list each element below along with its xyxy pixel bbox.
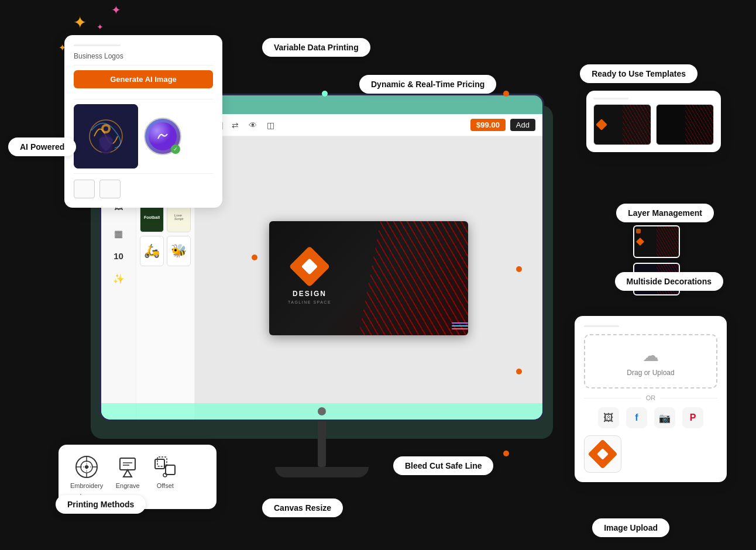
upload-or-line-left bbox=[584, 398, 641, 398]
canvas-resize-pill: Canvas Resize bbox=[262, 499, 343, 517]
svg-rect-18 bbox=[155, 459, 164, 469]
upload-social-row: 🖼 f 📷 P bbox=[584, 407, 717, 428]
ai-generated-image bbox=[74, 104, 138, 169]
offset-icon bbox=[152, 454, 178, 480]
google-photos-icon[interactable]: 🖼 bbox=[598, 407, 619, 428]
layer-management-label: Layer Management bbox=[628, 208, 702, 218]
template-card-1[interactable] bbox=[593, 104, 651, 145]
template-card-2[interactable] bbox=[656, 104, 714, 145]
layer-management-pill: Layer Management bbox=[616, 204, 714, 222]
ai-panel: Business Logos Generate AI Image bbox=[64, 35, 222, 208]
svg-point-3 bbox=[104, 126, 108, 131]
connector-dot-ai bbox=[252, 255, 257, 260]
stand-base bbox=[275, 467, 369, 477]
image-upload-pill: Image Upload bbox=[592, 518, 669, 537]
printing-methods-pill: Printing Methods bbox=[56, 495, 146, 514]
multiside-label: Multiside Decorations bbox=[627, 277, 712, 286]
ai-main-image bbox=[74, 104, 138, 169]
template-card-1-logo bbox=[596, 119, 607, 130]
upload-preview-box bbox=[584, 435, 621, 473]
engrave-svg bbox=[115, 455, 140, 479]
pinterest-icon[interactable]: P bbox=[682, 407, 703, 428]
connector-dot-teal-1 bbox=[322, 91, 328, 97]
ai-generate-button[interactable]: Generate AI Image bbox=[74, 70, 213, 88]
printing-methods-label: Printing Methods bbox=[67, 500, 134, 509]
canvas-design-card: DESIGN TAGLINE SPACE bbox=[269, 221, 468, 335]
templates-cards-row bbox=[593, 104, 714, 145]
add-button[interactable]: Add bbox=[510, 119, 535, 131]
canvas-area[interactable]: DESIGN TAGLINE SPACE bbox=[195, 136, 542, 420]
embroidery-svg bbox=[74, 455, 99, 479]
stand-neck bbox=[318, 420, 326, 467]
monitor-knob bbox=[318, 407, 326, 415]
canvas-brand-name: DESIGN bbox=[293, 290, 327, 298]
canvas-tagline: TAGLINE SPACE bbox=[288, 300, 331, 304]
variable-data-label: Variable Data Printing bbox=[274, 43, 359, 52]
template-thumb-bee[interactable]: 🐝 bbox=[167, 236, 191, 266]
embroidery-label: Embroidery bbox=[70, 482, 103, 489]
facebook-icon[interactable]: f bbox=[626, 407, 647, 428]
sparkle-icon-1: ✦ bbox=[73, 13, 87, 32]
printing-icons-row: Embroidery Engrave bbox=[70, 454, 205, 489]
embroidery-item: Embroidery bbox=[70, 454, 103, 489]
template-thumb-scooter[interactable]: 🛵 bbox=[140, 236, 164, 266]
offset-item: Offset bbox=[152, 454, 178, 489]
image-upload-label: Image Upload bbox=[604, 523, 658, 532]
ai-panel-divider-1 bbox=[74, 65, 213, 66]
offset-label: Offset bbox=[157, 482, 174, 489]
ai-shape-2[interactable] bbox=[99, 180, 121, 198]
connector-dot-upload bbox=[516, 369, 522, 374]
share-icon[interactable]: ⇄ bbox=[229, 119, 242, 132]
ai-powered-pill: AI Powered bbox=[8, 138, 76, 156]
engrave-item: Engrave bbox=[115, 454, 140, 489]
upload-drop-text: Drag or Upload bbox=[627, 369, 674, 377]
connector-dot-pricing bbox=[503, 91, 509, 97]
upload-preview-inner bbox=[597, 448, 609, 460]
ai-panel-top-line bbox=[74, 44, 121, 46]
side-card-1-pattern bbox=[657, 226, 679, 257]
side-card-1[interactable] bbox=[633, 225, 680, 258]
upload-or-line-right bbox=[660, 398, 717, 398]
multiside-pill: Multiside Decorations bbox=[615, 272, 723, 291]
cloud-upload-icon: ☁ bbox=[642, 346, 659, 365]
svg-rect-20 bbox=[166, 465, 175, 475]
layers-icon[interactable]: ◫ bbox=[264, 119, 277, 132]
upload-or-row: OR bbox=[584, 394, 717, 401]
ai-checkmark-icon: ✓ bbox=[171, 145, 180, 154]
ai-circle-image-wrapper: ✓ bbox=[144, 118, 181, 155]
sidebar-table-icon[interactable]: ▦ bbox=[109, 224, 128, 243]
canvas-resize-label: Canvas Resize bbox=[274, 503, 331, 513]
monitor-bottom-bar bbox=[101, 403, 542, 420]
side-card-1-logo bbox=[636, 238, 644, 246]
templates-panel bbox=[586, 91, 721, 152]
sidebar-ai-icon[interactable]: ✨ bbox=[109, 269, 128, 288]
upload-drop-zone[interactable]: ☁ Drag or Upload bbox=[584, 334, 717, 389]
ready-templates-pill: Ready to Use Templates bbox=[580, 64, 697, 83]
instagram-icon[interactable]: 📷 bbox=[654, 407, 675, 428]
connector-dot-side-card bbox=[516, 266, 522, 272]
embroidery-icon bbox=[74, 454, 99, 480]
image-upload-panel: ☁ Drag or Upload OR 🖼 f 📷 P bbox=[575, 316, 727, 482]
template-grid-3: 🛵 🐝 bbox=[140, 236, 191, 266]
engrave-label: Engrave bbox=[116, 482, 140, 489]
preview-icon[interactable]: 👁 bbox=[246, 119, 259, 132]
ready-templates-label: Ready to Use Templates bbox=[592, 69, 686, 78]
template-card-1-pattern bbox=[623, 105, 651, 145]
svg-rect-19 bbox=[157, 457, 167, 466]
upload-or-text: OR bbox=[646, 394, 656, 401]
dynamic-pricing-label: Dynamic & Real-Time Pricing bbox=[371, 80, 484, 89]
ai-panel-divider-3 bbox=[74, 173, 213, 174]
variable-data-pill: Variable Data Printing bbox=[262, 38, 370, 57]
ai-shape-1[interactable] bbox=[74, 180, 95, 198]
canvas-logo-area: DESIGN TAGLINE SPACE bbox=[288, 252, 331, 304]
svg-marker-14 bbox=[123, 470, 132, 477]
dynamic-pricing-pill: Dynamic & Real-Time Pricing bbox=[359, 75, 496, 94]
bleed-cut-pill: Bleed Cut Safe Line bbox=[393, 456, 493, 475]
sparkle-icon-2: ✦ bbox=[111, 3, 121, 17]
bleed-cut-label: Bleed Cut Safe Line bbox=[405, 461, 482, 470]
svg-rect-13 bbox=[120, 458, 135, 470]
upload-preview-logo bbox=[588, 439, 618, 469]
templates-panel-line bbox=[593, 98, 628, 99]
upload-panel-line bbox=[584, 325, 619, 327]
svg-point-22 bbox=[163, 473, 167, 477]
